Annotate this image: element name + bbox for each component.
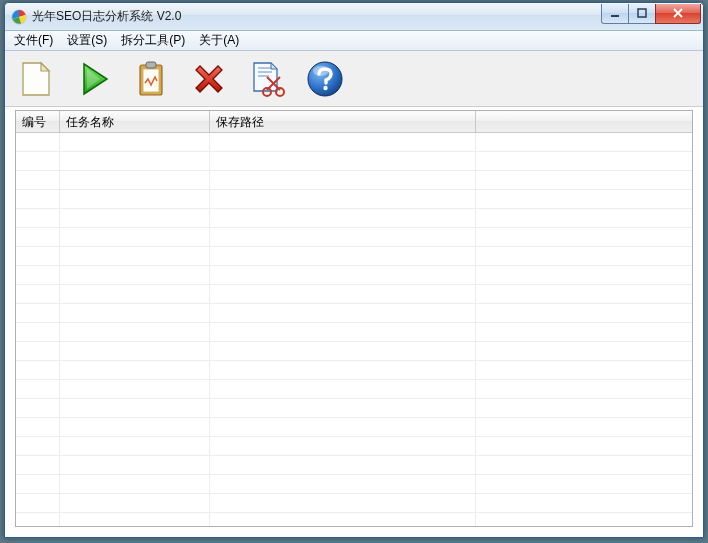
table-row[interactable] bbox=[16, 228, 692, 247]
table-row[interactable] bbox=[16, 266, 692, 285]
delete-x-icon bbox=[189, 59, 229, 99]
table-row[interactable] bbox=[16, 361, 692, 380]
menubar: 文件(F) 设置(S) 拆分工具(P) 关于(A) bbox=[5, 31, 703, 51]
menu-settings[interactable]: 设置(S) bbox=[60, 30, 114, 51]
close-button[interactable] bbox=[655, 4, 701, 24]
cut-tool-button[interactable] bbox=[245, 57, 289, 101]
table-row[interactable] bbox=[16, 190, 692, 209]
svg-point-10 bbox=[323, 85, 327, 89]
table-row[interactable] bbox=[16, 323, 692, 342]
document-icon bbox=[15, 59, 55, 99]
col-save-path[interactable]: 保存路径 bbox=[210, 111, 476, 132]
grid-header: 编号 任务名称 保存路径 bbox=[16, 111, 692, 133]
cut-page-icon bbox=[247, 59, 287, 99]
table-row[interactable] bbox=[16, 399, 692, 418]
maximize-button[interactable] bbox=[628, 4, 656, 24]
table-row[interactable] bbox=[16, 380, 692, 399]
svg-rect-1 bbox=[611, 15, 619, 17]
svg-rect-2 bbox=[638, 9, 646, 17]
table-row[interactable] bbox=[16, 475, 692, 494]
delete-button[interactable] bbox=[187, 57, 231, 101]
table-row[interactable] bbox=[16, 133, 692, 152]
col-extra[interactable] bbox=[476, 111, 692, 132]
table-row[interactable] bbox=[16, 247, 692, 266]
table-row[interactable] bbox=[16, 171, 692, 190]
help-icon bbox=[305, 59, 345, 99]
table-row[interactable] bbox=[16, 418, 692, 437]
table-row[interactable] bbox=[16, 342, 692, 361]
col-id[interactable]: 编号 bbox=[16, 111, 60, 132]
new-button[interactable] bbox=[13, 57, 57, 101]
app-window: 光年SEO日志分析系统 V2.0 文件(F) 设置(S) 拆分工具(P) 关于(… bbox=[4, 2, 704, 538]
toolbar bbox=[5, 51, 703, 107]
clipboard-button[interactable] bbox=[129, 57, 173, 101]
play-icon bbox=[73, 59, 113, 99]
run-button[interactable] bbox=[71, 57, 115, 101]
col-task-name[interactable]: 任务名称 bbox=[60, 111, 210, 132]
clipboard-icon bbox=[131, 59, 171, 99]
table-row[interactable] bbox=[16, 209, 692, 228]
grid-body[interactable] bbox=[16, 133, 692, 526]
table-row[interactable] bbox=[16, 285, 692, 304]
menu-split-tools[interactable]: 拆分工具(P) bbox=[114, 30, 192, 51]
table-row[interactable] bbox=[16, 494, 692, 513]
svg-rect-5 bbox=[146, 62, 156, 68]
help-button[interactable] bbox=[303, 57, 347, 101]
minimize-button[interactable] bbox=[601, 4, 629, 24]
table-row[interactable] bbox=[16, 456, 692, 475]
window-controls bbox=[602, 4, 701, 24]
table-row[interactable] bbox=[16, 304, 692, 323]
table-row[interactable] bbox=[16, 437, 692, 456]
menu-file[interactable]: 文件(F) bbox=[7, 30, 60, 51]
table-row[interactable] bbox=[16, 513, 692, 526]
task-grid: 编号 任务名称 保存路径 bbox=[15, 110, 693, 527]
menu-about[interactable]: 关于(A) bbox=[192, 30, 246, 51]
app-icon bbox=[11, 9, 27, 25]
titlebar: 光年SEO日志分析系统 V2.0 bbox=[5, 3, 703, 31]
window-title: 光年SEO日志分析系统 V2.0 bbox=[32, 8, 181, 25]
table-row[interactable] bbox=[16, 152, 692, 171]
